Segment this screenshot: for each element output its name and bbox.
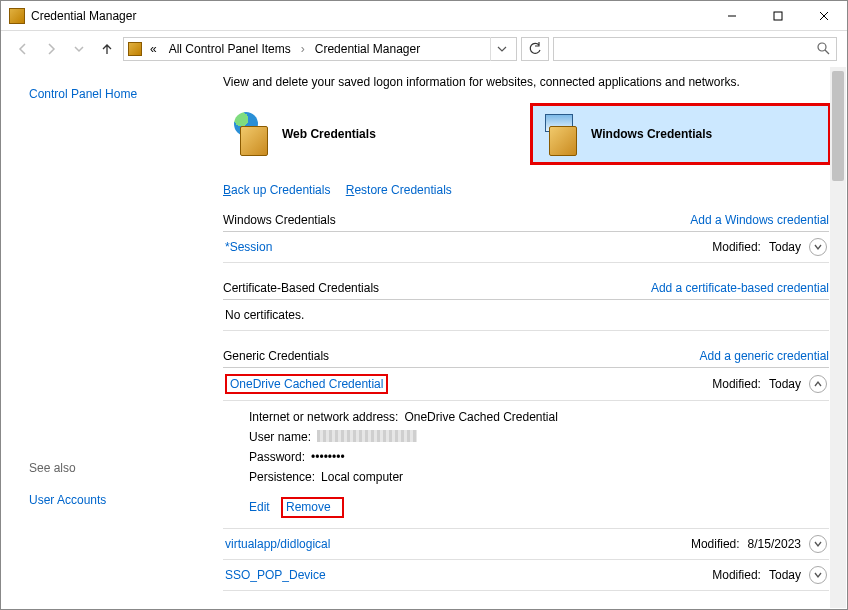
recent-dropdown[interactable] — [67, 37, 91, 61]
windows-credentials-section-head: Windows Credentials Add a Windows creden… — [223, 213, 829, 232]
credential-type-tabs: Web Credentials Windows Credentials — [223, 105, 829, 163]
username-value-redacted — [317, 430, 417, 442]
close-button[interactable] — [801, 1, 847, 31]
modified-value: Today — [769, 377, 801, 391]
see-also-label: See also — [29, 461, 197, 475]
chevron-up-icon — [813, 379, 823, 389]
collapse-button[interactable] — [809, 375, 827, 393]
modified-label: Modified: — [712, 568, 761, 582]
forward-button[interactable] — [39, 37, 63, 61]
up-button[interactable] — [95, 37, 119, 61]
vertical-scrollbar[interactable] — [830, 67, 846, 608]
credential-row-expanded[interactable]: OneDrive Cached Credential Modified: Tod… — [223, 368, 829, 401]
credential-details: Internet or network address: OneDrive Ca… — [223, 401, 829, 528]
add-windows-credential-link[interactable]: Add a Windows credential — [690, 213, 829, 227]
expand-button[interactable] — [809, 535, 827, 553]
chevron-down-icon — [497, 44, 507, 54]
credential-name: *Session — [225, 240, 272, 254]
persistence-label: Persistence: — [249, 470, 315, 484]
modified-value: 8/15/2023 — [748, 537, 801, 551]
web-credentials-tab[interactable]: Web Credentials — [223, 105, 520, 163]
credential-name-highlighted: OneDrive Cached Credential — [225, 374, 388, 394]
windows-credentials-label: Windows Credentials — [591, 127, 712, 141]
credential-row[interactable]: SSO_POP_Device Modified: Today — [223, 560, 829, 591]
generic-credentials-section-head: Generic Credentials Add a generic creden… — [223, 349, 829, 368]
titlebar: Credential Manager — [1, 1, 847, 31]
window-title: Credential Manager — [31, 9, 709, 23]
windows-credentials-tab[interactable]: Windows Credentials — [532, 105, 829, 163]
breadcrumb-item[interactable]: Credential Manager — [311, 42, 424, 56]
backup-credentials-link[interactable]: Back up Credentials — [223, 183, 330, 197]
section-title: Windows Credentials — [223, 213, 336, 227]
credential-name[interactable]: virtualapp/didlogical — [225, 537, 330, 551]
password-value: •••••••• — [311, 450, 345, 464]
breadcrumb-item[interactable]: All Control Panel Items — [165, 42, 295, 56]
section-title: Generic Credentials — [223, 349, 329, 363]
search-box[interactable] — [553, 37, 837, 61]
modified-label: Modified: — [712, 240, 761, 254]
arrow-left-icon — [16, 42, 30, 56]
refresh-button[interactable] — [521, 37, 549, 61]
main-panel: View and delete your saved logon informa… — [211, 67, 847, 609]
scrollbar-thumb[interactable] — [832, 71, 844, 181]
breadcrumb-prefix: « — [146, 42, 161, 56]
address-bar[interactable]: « All Control Panel Items › Credential M… — [123, 37, 517, 61]
chevron-down-icon — [813, 570, 823, 580]
address-dropdown[interactable] — [490, 37, 512, 61]
user-accounts-link[interactable]: User Accounts — [29, 493, 106, 507]
expand-button[interactable] — [809, 238, 827, 256]
close-icon — [819, 11, 829, 21]
nav-row: « All Control Panel Items › Credential M… — [1, 31, 847, 67]
web-credentials-label: Web Credentials — [282, 127, 376, 141]
svg-rect-1 — [774, 12, 782, 20]
svg-point-4 — [818, 43, 826, 51]
modified-label: Modified: — [691, 537, 740, 551]
control-panel-home-link[interactable]: Control Panel Home — [29, 87, 137, 101]
maximize-icon — [773, 11, 783, 21]
credential-row[interactable]: virtualapp/didlogical Modified: 8/15/202… — [223, 529, 829, 560]
web-credentials-icon — [234, 112, 274, 156]
restore-credentials-link[interactable]: Restore Credentials — [346, 183, 452, 197]
window-buttons — [709, 1, 847, 31]
svg-line-5 — [825, 50, 829, 54]
remove-credential-link[interactable]: Remove — [286, 500, 331, 514]
add-generic-credential-link[interactable]: Add a generic credential — [700, 349, 829, 363]
address-label: Internet or network address: — [249, 410, 398, 424]
expand-button[interactable] — [809, 566, 827, 584]
cert-credentials-section-head: Certificate-Based Credentials Add a cert… — [223, 281, 829, 300]
sidebar: Control Panel Home See also User Account… — [1, 67, 211, 609]
username-label: User name: — [249, 430, 311, 444]
edit-credential-link[interactable]: Edit — [249, 500, 270, 514]
refresh-icon — [528, 42, 542, 56]
minimize-icon — [727, 11, 737, 21]
add-cert-credential-link[interactable]: Add a certificate-based credential — [651, 281, 829, 295]
no-certificates-text: No certificates. — [223, 300, 829, 331]
arrow-right-icon — [44, 42, 58, 56]
address-value: OneDrive Cached Credential — [404, 410, 557, 424]
credential-name[interactable]: SSO_POP_Device — [225, 568, 326, 582]
onedrive-credential-name[interactable]: OneDrive Cached Credential — [230, 377, 383, 391]
chevron-down-icon — [74, 44, 84, 54]
breadcrumb-sep: › — [299, 42, 307, 56]
app-icon — [9, 8, 25, 24]
intro-text: View and delete your saved logon informa… — [223, 75, 829, 89]
modified-label: Modified: — [712, 377, 761, 391]
section-title: Certificate-Based Credentials — [223, 281, 379, 295]
persistence-value: Local computer — [321, 470, 403, 484]
back-button[interactable] — [11, 37, 35, 61]
backup-restore-row: Back up Credentials Restore Credentials — [223, 183, 829, 197]
modified-value: Today — [769, 568, 801, 582]
credential-actions: Edit Remove — [249, 487, 827, 517]
windows-credentials-icon — [543, 112, 583, 156]
search-icon — [816, 41, 830, 58]
maximize-button[interactable] — [755, 1, 801, 31]
content-area: Control Panel Home See also User Account… — [1, 67, 847, 609]
search-input[interactable] — [560, 41, 816, 57]
chevron-down-icon — [813, 242, 823, 252]
remove-highlight: Remove — [281, 497, 344, 517]
modified-value: Today — [769, 240, 801, 254]
location-icon — [128, 42, 142, 56]
credential-row[interactable]: *Session Modified: Today — [223, 232, 829, 263]
minimize-button[interactable] — [709, 1, 755, 31]
arrow-up-icon — [100, 42, 114, 56]
